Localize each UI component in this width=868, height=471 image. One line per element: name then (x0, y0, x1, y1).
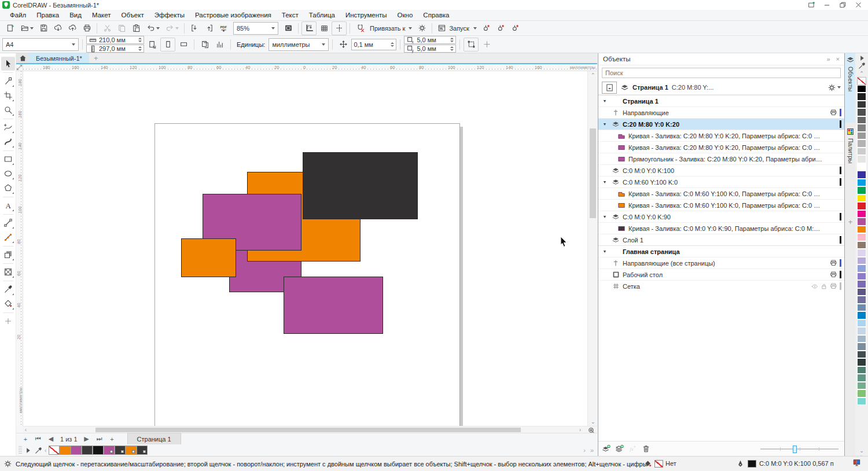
rectangle-tool[interactable] (1, 152, 15, 166)
object-dimensions-button[interactable] (213, 38, 227, 51)
menu-item-объект[interactable]: Объект (116, 10, 149, 20)
color-swatch[interactable] (857, 218, 866, 226)
touch-gesture-1-button[interactable] (480, 22, 494, 35)
duplicate-x-field[interactable]: x 5,0 мм (404, 36, 456, 44)
export-button[interactable] (202, 22, 216, 35)
tree-object-row[interactable]: Кривая - Заливка: C:0 M:60 Y:100 K:0, Па… (598, 199, 844, 211)
layer-color-bar[interactable] (840, 282, 841, 290)
tree-page-row[interactable]: ▼Страница 1 (598, 95, 844, 106)
color-swatch[interactable] (857, 132, 866, 140)
vertical-scroll-thumb[interactable] (590, 128, 596, 218)
menu-item-правка[interactable]: Правка (31, 10, 64, 20)
color-swatch[interactable] (857, 351, 866, 359)
objects-search-input[interactable] (602, 68, 841, 78)
vertical-scrollbar[interactable]: ⌃ ⌄ (587, 71, 597, 426)
touch-gesture-3-button[interactable] (509, 22, 523, 35)
current-page-size-button[interactable] (198, 38, 212, 51)
zoom-level-combo[interactable]: 85% (233, 22, 278, 35)
expander-icon[interactable]: ▼ (601, 122, 609, 126)
color-swatch[interactable] (857, 155, 866, 163)
copy-button[interactable] (115, 22, 128, 35)
color-swatch[interactable] (857, 304, 866, 312)
palette-eyedropper-icon[interactable] (34, 446, 43, 455)
add-tool[interactable] (1, 314, 15, 328)
doc-swatch[interactable] (137, 446, 148, 455)
layer-color-bar[interactable] (840, 178, 841, 186)
layer-color-bar[interactable] (840, 259, 841, 267)
options-gear-button[interactable] (415, 22, 429, 35)
connector-tool[interactable] (1, 216, 15, 230)
color-swatch[interactable] (857, 288, 866, 296)
tree-object-row[interactable]: Кривая - Заливка: C:20 M:80 Y:0 K:20, Па… (598, 130, 844, 141)
color-swatch[interactable] (857, 296, 866, 304)
page-width-field[interactable]: 210,0 мм (86, 36, 144, 44)
doc-swatch[interactable] (60, 446, 71, 455)
color-swatch[interactable] (857, 249, 866, 257)
menu-item-вид[interactable]: Вид (64, 10, 87, 20)
snap-off-button[interactable] (353, 22, 367, 35)
menu-item-файл[interactable]: Файл (5, 10, 31, 20)
expander-icon[interactable]: ▼ (601, 215, 609, 219)
layer-color-bar[interactable] (840, 109, 841, 116)
doc-swatch[interactable] (93, 446, 104, 455)
new-document-button[interactable] (3, 22, 17, 35)
new-master-layer-button[interactable] (615, 444, 624, 453)
color-swatch[interactable] (857, 85, 866, 93)
scroll-down-arrow[interactable]: ⌄ (591, 418, 595, 425)
docker-collapse-button[interactable]: » (826, 56, 830, 62)
printable-icon[interactable] (830, 282, 837, 290)
menu-item-растровые изображения[interactable]: Растровые изображения (190, 10, 277, 20)
opacity-slider[interactable] (760, 445, 838, 453)
menu-item-окно[interactable]: Окно (392, 10, 418, 20)
close-button[interactable] (855, 1, 862, 9)
tree-layer-row[interactable]: C:0 M:0 Y:0 K:100 (598, 164, 844, 176)
tree-layer-row[interactable]: Рабочий стол (598, 268, 844, 280)
menu-item-макет[interactable]: Макет (87, 10, 116, 20)
color-swatch[interactable] (857, 179, 866, 187)
color-swatch[interactable] (857, 226, 866, 234)
palette-scroll-down-button[interactable]: ⌄ (855, 448, 868, 454)
ellipse-tool[interactable] (1, 167, 15, 181)
undo-button[interactable] (144, 22, 162, 35)
first-page-button[interactable]: ⏮ (32, 435, 44, 444)
orange-rect-left[interactable] (181, 238, 236, 277)
color-swatch[interactable] (857, 311, 866, 319)
color-swatch[interactable] (857, 241, 866, 249)
tree-page-row[interactable]: ▼Главная страница (598, 245, 844, 257)
shadow-tool[interactable] (1, 248, 15, 262)
autofit-page-button[interactable] (145, 38, 159, 51)
color-swatch[interactable] (857, 335, 866, 343)
vertical-ruler[interactable]: миллиметры 18016014012010080604020 (16, 71, 23, 426)
palette-scroll-up-button[interactable]: ⌃ (855, 69, 868, 77)
color-swatch[interactable] (857, 148, 866, 156)
artistic-media-tool[interactable] (1, 135, 15, 149)
color-swatch-none[interactable] (857, 77, 866, 85)
scroll-up-arrow[interactable]: ⌃ (591, 72, 595, 79)
color-swatch[interactable] (857, 210, 866, 218)
horizontal-scroll-thumb[interactable] (95, 428, 521, 432)
menu-item-таблица[interactable]: Таблица (304, 10, 340, 20)
delete-button[interactable] (642, 444, 650, 453)
document-tab[interactable]: Безымянный-1* (29, 53, 89, 63)
share-window-icon[interactable] (808, 1, 815, 9)
launch-dropdown[interactable]: Запуск (435, 24, 479, 32)
eyedropper-tool[interactable] (1, 282, 15, 296)
add-page-after-button[interactable]: + (106, 435, 118, 444)
docker-tab-objects[interactable]: Объекты (845, 53, 856, 123)
new-document-tab-button[interactable]: + (89, 53, 103, 63)
tree-object-row[interactable]: Кривая - Заливка: C:20 M:80 Y:0 K:20, Па… (598, 141, 844, 153)
palette-scroll-right[interactable]: › (583, 447, 586, 454)
tree-layer-row[interactable]: Направляющие (598, 106, 844, 118)
color-swatch[interactable] (857, 186, 866, 194)
docker-tab-palettes[interactable]: Палитры (845, 125, 856, 189)
color-swatch[interactable] (857, 202, 866, 210)
printable-icon[interactable] (830, 259, 837, 267)
tree-layer-row[interactable]: ▼C:0 M:60 Y:100 K:0 (598, 176, 844, 187)
add-page-before-button[interactable]: + (20, 435, 31, 444)
tree-object-row[interactable]: Прямоугольник - Заливка: C:20 M:80 Y:0 K… (598, 153, 844, 164)
layer-color-bar[interactable] (840, 120, 841, 128)
crop-tool[interactable] (1, 89, 15, 102)
tree-layer-row[interactable]: ▼C:20 M:80 Y:0 K:20 (598, 118, 844, 130)
nudge-field[interactable]: 0,1 мм (351, 39, 396, 50)
color-swatch[interactable] (857, 163, 866, 171)
